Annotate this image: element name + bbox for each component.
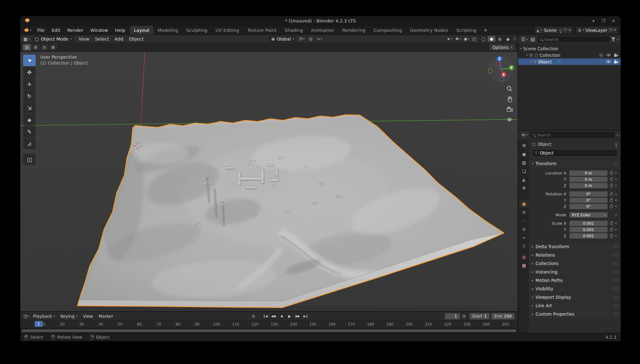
properties-tab[interactable] [519,150,529,158]
select-mode-button[interactable] [49,44,57,51]
lock-icon[interactable] [610,179,613,181]
tree-row-collection[interactable]: Collection [518,52,621,58]
select-mode-button[interactable] [23,44,31,51]
scale[interactable] [23,102,36,114]
menubar-item[interactable]: Window [87,26,111,35]
transform-panel-header[interactable]: Transform [529,159,621,168]
projection-toggle-button[interactable] [506,116,513,123]
jump-end[interactable] [302,313,310,319]
panel-section[interactable]: Relations [529,251,621,259]
drag-handle-icon[interactable] [614,162,618,166]
start-frame-field[interactable]: Start 1 [470,313,490,319]
value-field[interactable]: 0° [569,191,608,197]
properties-tab[interactable] [519,158,529,167]
animate-dot[interactable] [615,235,617,236]
properties-tab[interactable] [519,184,529,192]
expand-chevron-icon[interactable] [520,47,522,50]
viewlayer-selector[interactable]: ViewLayer [576,27,618,34]
animate-dot[interactable] [615,179,617,180]
properties-tab[interactable] [519,233,529,242]
drag-handle-icon[interactable] [614,278,618,283]
select-box[interactable] [23,55,36,66]
lock-icon[interactable] [610,199,613,202]
select-mode-button[interactable] [32,44,40,51]
playhead[interactable]: 1 [35,321,43,327]
annotate[interactable] [23,126,36,137]
menubar-item[interactable]: Help [111,26,129,35]
measure[interactable] [23,138,36,149]
properties-tab[interactable] [519,199,529,208]
blender-menu-button[interactable] [20,26,34,35]
lock-icon[interactable] [610,172,613,175]
prev-key[interactable] [269,313,277,319]
maximize-button[interactable] [599,17,608,24]
value-field[interactable]: 0.001 [569,221,608,226]
rotate[interactable] [23,90,36,102]
viewport-menu-item[interactable]: Select [92,37,112,42]
current-frame-field[interactable]: 1 [445,313,460,319]
lock-icon[interactable] [610,193,613,196]
rotation-mode-dropdown[interactable]: XYZ Euler [569,212,608,218]
timeline-editor-button[interactable] [23,313,30,319]
value-field[interactable]: 0 m [569,177,608,182]
value-field[interactable]: 0.001 [569,233,608,239]
exclude-checkbox[interactable] [599,53,603,57]
animate-dot[interactable] [615,206,617,207]
frame-ruler[interactable]: 10 20 30 40 50 60 70 80 [20,320,518,328]
properties-search[interactable] [530,132,615,138]
workspace-tab[interactable]: Texture Paint [243,26,281,35]
animate-dot[interactable] [615,199,617,201]
drag-handle-icon[interactable] [614,245,618,249]
remove-viewlayer-button[interactable] [613,28,616,32]
timeline-scrollbar[interactable] [20,328,518,333]
play-reverse[interactable] [278,313,285,319]
options-button[interactable]: Options [489,44,515,51]
shading-dropdown-icon[interactable] [514,37,515,40]
move[interactable] [23,78,36,90]
value-field[interactable]: 0° [569,204,608,209]
lock-icon[interactable] [610,235,613,238]
properties-tab[interactable] [519,167,529,175]
filter-dropdown-icon[interactable] [617,38,618,41]
properties-tab[interactable] [519,216,529,225]
play[interactable] [286,313,293,319]
snapping-toggle[interactable] [298,37,306,41]
lock-icon[interactable] [610,229,613,231]
workspace-tab[interactable]: Shading [280,26,307,35]
end-frame-field[interactable]: End 250 [491,313,514,319]
viewport-canvas[interactable]: User Perspective (1) Collection | Object [20,52,518,311]
workspace-tab[interactable]: Sculpting [182,26,212,35]
workspace-tab[interactable]: Rendering [338,26,369,35]
cursor[interactable] [23,66,36,78]
camera-view-button[interactable] [506,106,513,113]
workspace-tab[interactable]: Compositing [369,26,406,35]
properties-tab[interactable] [519,261,529,269]
properties-tab[interactable] [519,242,529,250]
add-workspace-button[interactable]: + [480,26,491,35]
navigation-gizmo[interactable]: Z Y X [486,54,515,83]
menubar-item[interactable]: Edit [48,26,64,35]
display-mode-button[interactable] [530,37,535,42]
use-preview-range-toggle[interactable] [460,313,468,319]
pan-button[interactable] [506,95,513,103]
pin-icon[interactable] [559,29,562,32]
minimize-button[interactable] [589,17,598,24]
drag-handle-icon[interactable] [614,295,618,299]
animate-dot[interactable] [615,193,617,194]
properties-options-icon[interactable] [617,134,618,136]
viewport-toggle-button[interactable] [446,37,453,41]
value-field[interactable]: 0° [569,198,608,203]
new-scene-button[interactable] [564,28,567,32]
eye-icon[interactable] [606,60,611,63]
jump-start[interactable] [261,313,269,319]
proportional-editing-toggle[interactable] [308,37,313,41]
drag-handle-icon[interactable] [614,262,618,266]
animate-dot[interactable] [615,223,617,224]
timeline-menu-item[interactable]: View [80,314,96,319]
new-viewlayer-button[interactable] [609,28,612,32]
next-key[interactable] [294,313,302,319]
outliner-search[interactable] [538,36,609,42]
unlink-scene-button[interactable] [568,28,571,32]
panel-section[interactable]: Line Art [529,301,621,310]
properties-tab[interactable] [519,141,529,150]
